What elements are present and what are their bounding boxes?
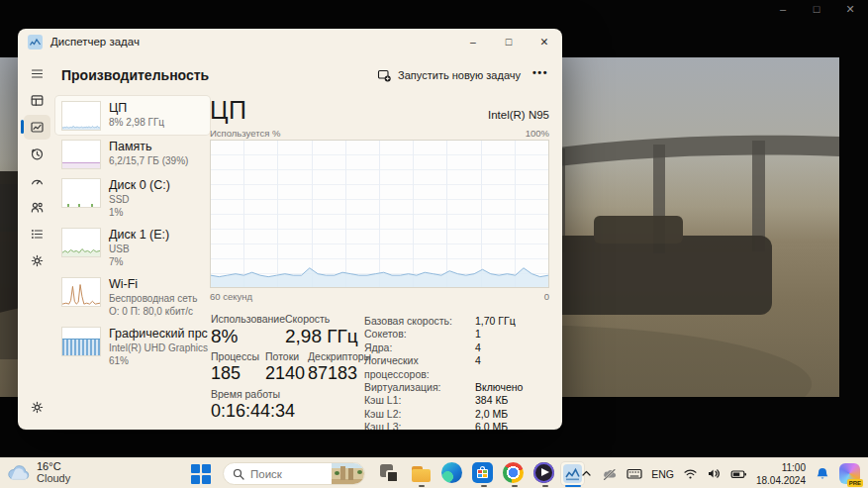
menu-button[interactable] bbox=[18, 60, 55, 87]
hamburger-icon bbox=[30, 66, 45, 81]
stat-threads: Потоки 2140 bbox=[265, 350, 305, 384]
cloud-icon bbox=[7, 464, 31, 481]
more-options-button[interactable]: ••• bbox=[527, 66, 554, 84]
system-tray: ENG 11:00 18.04.2024 PRE bbox=[580, 458, 860, 488]
nav-item-wifi[interactable]: Wi-Fi Беспроводная сеть О: 0 П: 80,0 кби… bbox=[55, 272, 210, 322]
clock[interactable]: 11:00 18.04.2024 bbox=[756, 461, 806, 487]
cpu-stats: Использование 8% Скорость 2,98 ГГц Проце… bbox=[210, 313, 549, 427]
taskbar: 16°C Cloudy bbox=[0, 457, 868, 488]
file-explorer-button[interactable] bbox=[410, 462, 433, 485]
maximize-button[interactable]: □ bbox=[491, 29, 527, 54]
stat-usage: Использование 8% bbox=[211, 313, 285, 347]
task-manager-app-icon bbox=[28, 35, 43, 49]
run-new-task-button[interactable]: Запустить новую задачу bbox=[371, 64, 527, 86]
search-box[interactable] bbox=[223, 462, 365, 485]
cpu-detail-panel: ЦП Intel(R) N95 Используется % 100% 60 с… bbox=[210, 96, 549, 427]
running-indicator bbox=[419, 485, 425, 488]
graph-y-max: 100% bbox=[526, 128, 549, 139]
notification-bell-icon[interactable] bbox=[815, 466, 830, 482]
bg-minimize-button[interactable]: – bbox=[773, 3, 793, 16]
rail-item-performance[interactable] bbox=[18, 114, 55, 141]
touch-keyboard-icon[interactable] bbox=[627, 467, 642, 480]
running-indicator bbox=[512, 485, 518, 488]
minimize-button[interactable]: – bbox=[455, 29, 491, 54]
windows-logo-icon bbox=[191, 464, 200, 473]
nav-item-memory[interactable]: Память 6,2/15,7 ГБ (39%) bbox=[55, 135, 210, 173]
search-daily-image[interactable] bbox=[332, 462, 364, 485]
stat-handles: Дескрипторы 87183 bbox=[308, 350, 371, 384]
close-button[interactable]: ✕ bbox=[527, 29, 562, 54]
bg-maximize-button[interactable]: □ bbox=[807, 3, 826, 16]
nav-item-cpu[interactable]: ЦП 8% 2,98 ГГц bbox=[55, 96, 210, 135]
history-icon bbox=[30, 146, 45, 161]
rail-item-processes[interactable] bbox=[18, 87, 55, 114]
cpu-usage-graph[interactable] bbox=[210, 140, 549, 288]
start-button[interactable] bbox=[191, 464, 211, 484]
nav-item-gpu[interactable]: Графический прс Intel(R) UHD Graphics 61… bbox=[55, 322, 210, 371]
weather-temp: 16°C bbox=[37, 460, 70, 472]
background-window-controls: – □ ✕ bbox=[773, 3, 860, 16]
search-icon bbox=[233, 468, 244, 480]
gear-icon bbox=[30, 400, 45, 415]
cpu-device-name: Intel(R) N95 bbox=[488, 109, 549, 125]
language-indicator[interactable]: ENG bbox=[651, 468, 674, 480]
gpu-sparkline bbox=[61, 327, 101, 356]
users-icon bbox=[30, 200, 45, 215]
page-header: Производительность Запустить новую задач… bbox=[61, 60, 554, 90]
services-cog-icon bbox=[30, 253, 45, 268]
onedrive-paused-icon[interactable] bbox=[602, 467, 618, 481]
settings-button[interactable] bbox=[18, 394, 55, 421]
rail-item-app-history[interactable] bbox=[18, 141, 55, 167]
clock-date: 18.04.2024 bbox=[756, 474, 806, 487]
run-new-task-label: Запустить новую задачу bbox=[398, 69, 521, 81]
disk1-sparkline bbox=[61, 228, 101, 257]
page-title: Производительность bbox=[61, 67, 209, 83]
media-player-button[interactable] bbox=[533, 462, 556, 485]
new-task-icon bbox=[377, 68, 391, 82]
graph-x-right-label: 0 bbox=[544, 291, 549, 302]
rail-item-details[interactable] bbox=[18, 221, 55, 247]
window-controls: – □ ✕ bbox=[455, 29, 562, 54]
battery-icon[interactable] bbox=[730, 468, 747, 480]
running-indicator bbox=[481, 485, 487, 488]
copilot-pre-badge: PRE bbox=[847, 479, 863, 487]
chrome-button[interactable] bbox=[503, 462, 526, 485]
titlebar[interactable]: Диспетчер задач – □ ✕ bbox=[18, 29, 562, 54]
nav-item-disk0[interactable]: Диск 0 (C:) SSD 1% bbox=[55, 173, 210, 223]
rail-item-startup-apps[interactable] bbox=[18, 167, 55, 194]
running-indicator bbox=[542, 485, 548, 488]
desktop: – □ ✕ Диспетчер задач – □ ✕ bbox=[0, 0, 868, 488]
speaker-icon[interactable] bbox=[707, 467, 722, 480]
navigation-rail bbox=[18, 56, 55, 430]
bg-close-button[interactable]: ✕ bbox=[840, 3, 860, 16]
task-view-button[interactable] bbox=[378, 462, 401, 485]
processes-icon bbox=[30, 93, 45, 108]
weather-widget[interactable]: 16°C Cloudy bbox=[7, 460, 70, 484]
search-input[interactable] bbox=[250, 468, 322, 480]
edge-icon bbox=[441, 462, 462, 483]
tray-chevron-up-icon[interactable] bbox=[580, 467, 593, 480]
copilot-button[interactable]: PRE bbox=[839, 463, 860, 484]
store-icon bbox=[472, 462, 493, 483]
cpu-spec-details: Базовая скорость:1,70 ГГц Сокетов:1 Ядра… bbox=[364, 315, 549, 430]
nav-item-disk1[interactable]: Диск 1 (E:) USB 7% bbox=[55, 223, 210, 272]
wifi-sparkline bbox=[61, 277, 101, 307]
memory-sparkline bbox=[61, 140, 101, 169]
performance-icon bbox=[30, 120, 45, 135]
rail-item-users[interactable] bbox=[18, 194, 55, 221]
rail-item-services[interactable] bbox=[18, 247, 55, 274]
graph-x-left-label: 60 секунд bbox=[210, 291, 252, 302]
wifi-icon[interactable] bbox=[683, 467, 698, 480]
details-list-icon bbox=[30, 227, 45, 242]
graph-y-label: Используется % bbox=[210, 128, 280, 139]
stat-uptime: Время работы 0:16:44:34 bbox=[211, 388, 295, 422]
stat-processes: Процессы 185 bbox=[211, 350, 259, 384]
clock-time: 11:00 bbox=[756, 461, 806, 474]
microsoft-store-button[interactable] bbox=[472, 462, 495, 485]
edge-button[interactable] bbox=[441, 462, 464, 485]
chrome-icon bbox=[503, 462, 524, 483]
disk0-sparkline bbox=[61, 178, 101, 208]
window-title: Диспетчер задач bbox=[50, 36, 140, 48]
task-manager-window: Диспетчер задач – □ ✕ bbox=[18, 29, 562, 430]
performance-nav: ЦП 8% 2,98 ГГц Память 6,2/15,7 ГБ (39%) … bbox=[55, 96, 210, 371]
